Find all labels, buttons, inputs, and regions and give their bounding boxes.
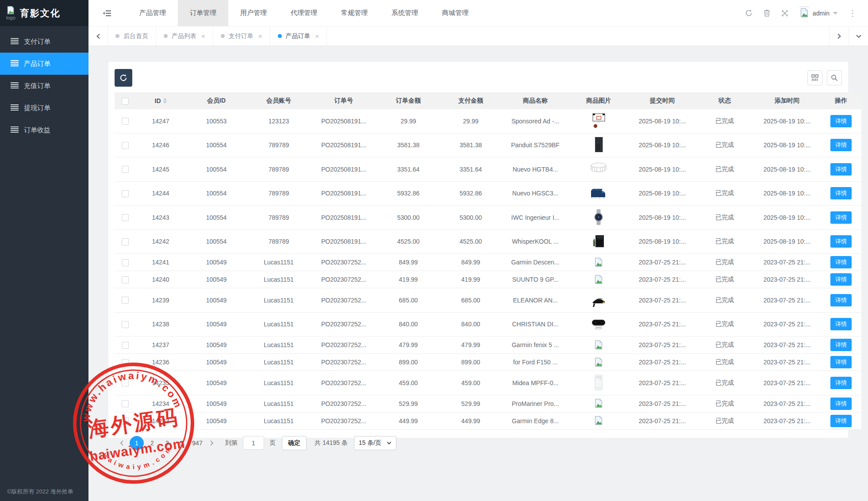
cell-status: 已完成 <box>696 271 753 288</box>
tab-label: 后台首页 <box>123 32 148 40</box>
columns-icon[interactable] <box>807 70 822 85</box>
detail-button[interactable]: 详情 <box>830 339 852 351</box>
row-checkbox[interactable] <box>122 321 129 328</box>
row-checkbox[interactable] <box>122 417 129 425</box>
topnav-item[interactable]: 产品管理 <box>127 0 178 26</box>
tab-close-icon[interactable]: × <box>258 32 262 40</box>
sidebar: logo 育影文化 支付订单 产品订单 充值订单 提现订单 订单收益 ©版权所有… <box>0 0 88 501</box>
row-checkbox[interactable] <box>122 379 129 386</box>
tabs-scroll-right-icon[interactable] <box>829 27 849 46</box>
tab[interactable]: 支付订单 × <box>213 27 270 46</box>
tab[interactable]: 产品订单 × <box>270 27 327 46</box>
sidebar-item[interactable]: 支付订单 <box>0 31 88 53</box>
sidebar-item-label: 支付订单 <box>24 38 50 46</box>
detail-button[interactable]: 详情 <box>830 415 852 427</box>
tab-close-icon[interactable]: × <box>315 32 319 40</box>
sidebar-item[interactable]: 充值订单 <box>0 75 88 97</box>
row-checkbox[interactable] <box>122 276 129 283</box>
topnav-item[interactable]: 订单管理 <box>178 0 228 26</box>
menu-fold-icon[interactable] <box>103 10 111 17</box>
goto-page-input[interactable] <box>243 436 264 450</box>
select-all-checkbox[interactable] <box>122 98 129 105</box>
detail-button[interactable]: 详情 <box>830 294 852 306</box>
topnav-item[interactable]: 代理管理 <box>279 0 329 26</box>
row-checkbox[interactable] <box>122 166 129 173</box>
detail-button[interactable]: 详情 <box>830 256 852 268</box>
cell-member-account: 789789 <box>247 229 310 254</box>
sidebar-item[interactable]: 订单收益 <box>0 119 88 141</box>
fullscreen-icon[interactable] <box>781 10 788 17</box>
row-checkbox[interactable] <box>122 214 129 221</box>
trash-icon[interactable] <box>764 9 770 17</box>
detail-button[interactable]: 详情 <box>830 356 852 368</box>
topbar: 产品管理订单管理用户管理代理管理常规管理系统管理商城管理 admin <box>88 0 868 26</box>
page-number[interactable]: 2 <box>146 436 159 450</box>
detail-button[interactable]: 详情 <box>830 211 852 224</box>
cell-submit-time: 2025-08-19 10:... <box>629 157 696 182</box>
detail-button[interactable]: 详情 <box>830 377 852 389</box>
row-checkbox[interactable] <box>122 142 129 149</box>
table-refresh-button[interactable] <box>115 69 132 87</box>
cell-member-id: 100549 <box>185 337 247 354</box>
detail-button[interactable]: 详情 <box>830 318 852 330</box>
detail-button[interactable]: 详情 <box>830 115 852 127</box>
row-checkbox[interactable] <box>122 190 129 197</box>
user-menu[interactable]: admin <box>799 7 837 19</box>
cell-order-amount: 899.00 <box>377 354 439 371</box>
row-checkbox[interactable] <box>122 400 129 407</box>
detail-button[interactable]: 详情 <box>830 273 852 286</box>
prev-page-icon[interactable] <box>115 436 128 450</box>
page-numbers: 123...947 <box>130 436 204 450</box>
cell-submit-time: 2025-08-19 10:... <box>629 133 696 157</box>
sort-icon[interactable] <box>163 98 167 103</box>
row-checkbox[interactable] <box>122 297 129 304</box>
cell-order-amount: 840.00 <box>377 312 439 337</box>
detail-button[interactable]: 详情 <box>830 163 852 176</box>
cell-product-name: Garmin fenix 5 ... <box>502 337 568 354</box>
detail-button[interactable]: 详情 <box>830 398 852 410</box>
cell-add-time: 2025-08-19 10:... <box>753 229 821 254</box>
cell-add-time: 2023-07-25 21:... <box>753 337 821 354</box>
cell-paid-amount: 5932.86 <box>439 181 502 206</box>
cell-status: 已完成 <box>696 395 753 412</box>
search-icon[interactable] <box>827 70 842 85</box>
confirm-button[interactable]: 确定 <box>282 436 307 450</box>
row-checkbox[interactable] <box>122 259 129 266</box>
tab[interactable]: 产品列表 × <box>156 27 213 46</box>
product-image <box>590 291 607 309</box>
page-size-select[interactable]: 15 条/页 <box>354 436 396 450</box>
tab-dot-icon <box>164 34 168 38</box>
sidebar-item[interactable]: 提现订单 <box>0 97 88 119</box>
cell-order-no: PO202307252... <box>310 354 377 371</box>
cell-order-no: PO202307252... <box>310 271 377 288</box>
tabs-scroll-left-icon[interactable] <box>88 27 108 46</box>
topnav-item[interactable]: 商城管理 <box>430 0 480 26</box>
cell-order-amount: 29.99 <box>377 109 439 133</box>
next-page-icon[interactable] <box>206 436 218 450</box>
detail-button[interactable]: 详情 <box>830 139 852 151</box>
row-checkbox[interactable] <box>122 342 129 349</box>
table-tools <box>807 70 842 85</box>
topnav-item[interactable]: 系统管理 <box>380 0 430 26</box>
detail-button[interactable]: 详情 <box>830 187 852 199</box>
tabs-menu-icon[interactable] <box>849 27 868 46</box>
tab[interactable]: 后台首页 <box>108 27 156 46</box>
row-checkbox[interactable] <box>122 359 129 366</box>
product-image <box>590 373 607 391</box>
sidebar-item[interactable]: 产品订单 <box>0 53 88 75</box>
detail-button[interactable]: 详情 <box>830 235 852 248</box>
more-vertical-icon[interactable]: ⋮ <box>849 9 856 17</box>
cell-add-time: 2023-07-25 21:... <box>753 371 821 395</box>
cell-product-name: ProMariner Pro... <box>502 395 568 412</box>
topnav-item[interactable]: 常规管理 <box>329 0 380 26</box>
page-number[interactable]: 1 <box>130 436 144 450</box>
page-number[interactable]: 947 <box>191 436 204 450</box>
tab-close-icon[interactable]: × <box>201 32 205 40</box>
topnav-item[interactable]: 用户管理 <box>228 0 279 26</box>
row-checkbox[interactable] <box>122 118 129 125</box>
cell-order-no: PO202307252... <box>310 337 377 354</box>
cell-member-id: 100549 <box>185 312 247 337</box>
row-checkbox[interactable] <box>122 238 129 245</box>
page-number[interactable]: 3 <box>161 436 174 450</box>
refresh-icon[interactable] <box>745 9 753 17</box>
